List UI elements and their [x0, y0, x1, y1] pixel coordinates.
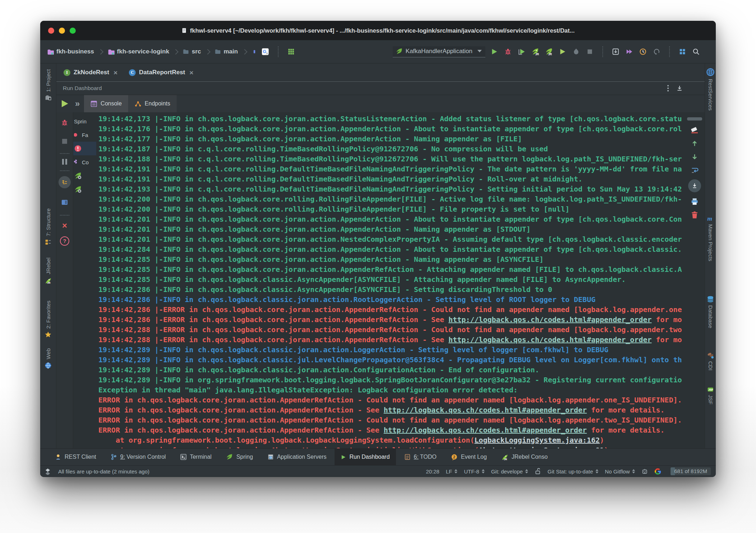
- tool-window-switcher-icon[interactable]: [45, 468, 51, 475]
- dashboard-tree-item[interactable]: Co: [73, 155, 96, 169]
- layout-panel-button[interactable]: [59, 197, 70, 208]
- toolwindow-button-jrebel-conso[interactable]: JRJRebel Conso: [495, 449, 554, 465]
- rest-services-icon: [706, 68, 715, 76]
- breadcrumb-item-src[interactable]: src: [182, 47, 202, 56]
- zoom-window-button[interactable]: [70, 28, 76, 34]
- status-no-gitflow[interactable]: No Gitflow: [605, 468, 635, 475]
- rerun-button[interactable]: [557, 46, 568, 57]
- history-button[interactable]: [638, 46, 648, 57]
- status-utf-8[interactable]: UTF-8: [464, 468, 485, 475]
- tool-stripe-maven-projects[interactable]: mMaven Projects: [707, 214, 714, 261]
- jrebel-run-button[interactable]: JR: [530, 46, 541, 57]
- debug-button[interactable]: [503, 46, 513, 57]
- close-tab-icon[interactable]: ×: [190, 69, 193, 76]
- editor-tab-datareportrest[interactable]: CDataReportRest×: [123, 63, 199, 81]
- tool-stripe-jrebel[interactable]: JRebelJR: [45, 258, 52, 284]
- console-line: 19:14:42,286 |-INFO in ch.qos.logback.cl…: [98, 294, 685, 305]
- search-button[interactable]: [691, 46, 701, 57]
- toolwindow-button-run-dashboard[interactable]: Run Dashboard: [335, 449, 396, 465]
- stop-button[interactable]: [584, 46, 595, 57]
- toolwindow-button-application-servers[interactable]: Application Servers: [261, 449, 333, 465]
- toolwindow-button-9-version-control[interactable]: 9: Version Control: [104, 449, 172, 465]
- editor-tab-zknoderest[interactable]: IZkNodeRest×: [58, 63, 123, 81]
- help-button[interactable]: ?: [60, 236, 69, 246]
- console-hyperlink[interactable]: http://logback.qos.ch/codes.html#appende…: [384, 406, 587, 414]
- profiler-button[interactable]: [571, 46, 582, 57]
- run-coverage-button[interactable]: [516, 46, 527, 57]
- tool-stripe-restservices[interactable]: RestServices: [706, 68, 715, 110]
- toolwindow-button-6-todo[interactable]: 6: TODO: [398, 449, 443, 465]
- up-down-icon: [525, 469, 528, 473]
- chevrons-icon[interactable]: »: [75, 99, 79, 109]
- download-button[interactable]: [610, 46, 621, 57]
- dashboard-tree-item[interactable]: Fa: [73, 128, 96, 142]
- translate-button[interactable]: GA: [260, 46, 271, 57]
- tool-stripe-2-favorites[interactable]: 2: Favorites: [45, 301, 52, 338]
- status-lf[interactable]: LF: [446, 468, 458, 475]
- robot-widget[interactable]: [641, 468, 648, 475]
- more-options-icon[interactable]: [667, 88, 669, 89]
- toolwindow-button-spring[interactable]: Spring: [220, 449, 259, 465]
- close-window-button[interactable]: [48, 28, 54, 34]
- breadcrumb-item-main[interactable]: main: [214, 47, 239, 56]
- deploy-button[interactable]: [624, 46, 635, 57]
- delete-trash-button[interactable]: [691, 211, 699, 219]
- toolwindow-button-rest-client[interactable]: REST Client: [49, 449, 102, 465]
- run-play-icon[interactable]: [60, 99, 69, 108]
- close-tab-icon[interactable]: ×: [113, 69, 117, 76]
- console-hyperlink[interactable]: http://logback.qos.ch/codes.html#appende…: [384, 426, 587, 434]
- console-tab-endpoints[interactable]: Endpoints: [128, 95, 177, 112]
- console-tab-console[interactable]: Console: [84, 95, 128, 112]
- rollback-button[interactable]: [651, 46, 662, 57]
- toolwindow-button-terminal[interactable]: Terminal: [174, 449, 218, 465]
- stacktrace-link[interactable]: LogbackLoggingSystem.java:162: [475, 436, 600, 444]
- scroll-down-button[interactable]: [691, 153, 699, 161]
- pause-button[interactable]: [62, 159, 67, 165]
- dashboard-tree-item[interactable]: [73, 169, 96, 183]
- run-button[interactable]: [489, 46, 500, 57]
- dashboard-tree-item[interactable]: Sprin: [73, 114, 96, 128]
- jrebel-debug-button[interactable]: JR: [543, 46, 554, 57]
- grid4-button[interactable]: [677, 46, 688, 57]
- console-hyperlink[interactable]: http://logback.qos.ch/codes.html#appende…: [448, 335, 652, 344]
- clear-console-button[interactable]: [691, 126, 699, 134]
- soft-wrap-button[interactable]: [691, 166, 699, 174]
- plugins-grid-button[interactable]: [286, 46, 297, 57]
- toolwindow-button-event-log[interactable]: 2Event Log: [445, 449, 493, 465]
- status-20-28[interactable]: 20:28: [426, 468, 439, 475]
- console-hyperlink[interactable]: http://logback.qos.ch/codes.html#appende…: [448, 315, 652, 324]
- tool-stripe-7-structure[interactable]: 7: Structure: [45, 208, 51, 245]
- profiler-icon: [573, 48, 580, 55]
- print-button[interactable]: [691, 198, 699, 206]
- title-bar[interactable]: fkhwl-serverv4 [~/Develop/work/fkh/fkhwl…: [40, 21, 716, 40]
- scrollbar-thumb[interactable]: [687, 117, 702, 121]
- close-button[interactable]: ×: [62, 221, 67, 230]
- scroll-to-end-button[interactable]: [688, 179, 701, 192]
- stop-dim-button[interactable]: [59, 136, 70, 147]
- debug-button[interactable]: [59, 117, 70, 128]
- scroll-up-button[interactable]: [691, 140, 699, 147]
- tool-stripe-database[interactable]: Database: [707, 296, 714, 328]
- console-output[interactable]: 19:14:42,173 |-INFO in ch.qos.logback.co…: [96, 112, 685, 448]
- minimize-window-button[interactable]: [59, 28, 65, 34]
- tool-stripe-web[interactable]: Web: [45, 348, 52, 369]
- tool-stripe-1-project[interactable]: 1: Project: [45, 69, 52, 101]
- unlock-widget[interactable]: [535, 468, 541, 475]
- toolwindow-label: 6: TODO: [414, 454, 437, 460]
- dashboard-tree-item[interactable]: [73, 142, 96, 155]
- breadcrumb-item-fkh-business[interactable]: fkh-business: [46, 47, 95, 56]
- status-git-stat-up-to-date[interactable]: Git Stat: up-to-date: [547, 468, 598, 475]
- dashboard-tree-item[interactable]: [73, 183, 96, 196]
- stacktrace-link[interactable]: AbstractLoggingSystem.java:81: [479, 446, 604, 448]
- run-config-selector[interactable]: KafkaHandlerApplication: [393, 46, 485, 57]
- hide-panel-icon[interactable]: [676, 85, 683, 92]
- google-widget[interactable]: [654, 468, 661, 475]
- tool-stripe-jsf[interactable]: JSFJSF: [706, 387, 714, 405]
- restore-layout-button[interactable]: [59, 176, 71, 188]
- tool-stripe-cdi[interactable]: CDI: [707, 352, 714, 371]
- memory-indicator[interactable]: 681 of 8192M: [671, 467, 711, 475]
- cdi-icon: [707, 352, 714, 359]
- svg-text:JR: JR: [47, 281, 51, 284]
- breadcrumb-item-fkh-service-logink[interactable]: fkh-service-logink: [107, 47, 170, 56]
- status-git-develope[interactable]: Git: develope: [491, 468, 528, 475]
